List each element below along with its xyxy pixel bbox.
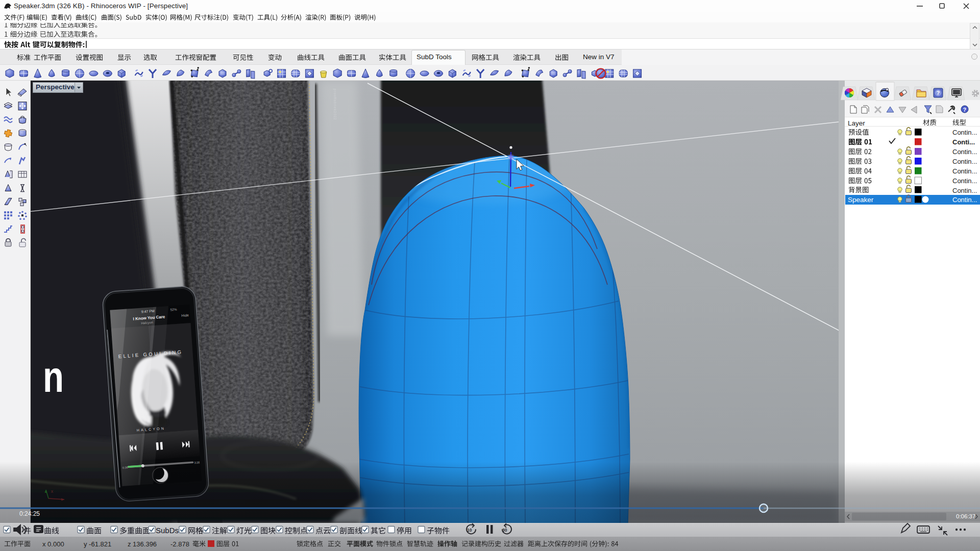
- svg-text:Hide: Hide: [181, 313, 189, 317]
- svg-text:prooffabriek2022: prooffabriek2022: [333, 89, 337, 120]
- svg-text:52%: 52%: [170, 308, 177, 312]
- svg-text:?: ?: [963, 107, 967, 113]
- svg-text:?: ?: [937, 90, 940, 96]
- svg-text:x: x: [51, 489, 54, 494]
- svg-text:n: n: [43, 352, 64, 401]
- svg-text:3:28: 3:28: [194, 461, 200, 464]
